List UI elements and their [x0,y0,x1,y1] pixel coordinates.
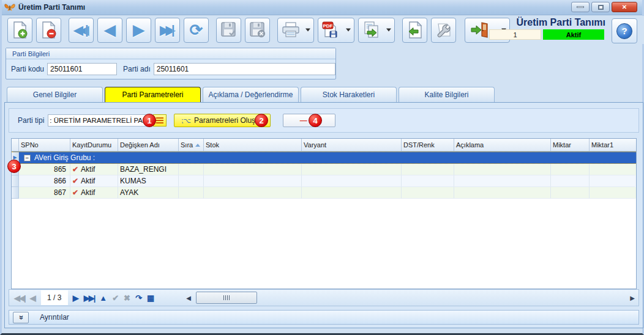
details-label: Ayrıntılar [40,313,69,322]
grid-corner-cell [12,139,19,151]
nav-last-icon: ▶▶ [84,293,94,303]
close-icon: ✕ [622,4,627,10]
pdf-export-icon: PDF [322,21,340,39]
record-navigator: ◀◀| ◀ 1 / 3 ▶ ▶▶| ▲ ✔ ✖ ↷ ▦ ◀ ▶ [9,289,639,306]
group-row[interactable]: ▶ − AVeri Giriş Grubu : [12,152,636,164]
last-record-icon: ▶▶| [160,24,174,36]
cell-spno: 865 [19,164,70,175]
cell-stok [204,164,302,175]
new-document-icon [12,21,28,39]
tab-genel-bilgiler[interactable]: Genel Bilgiler [7,87,103,102]
cell-varyant [302,187,402,199]
next-record-button[interactable]: ▶ [126,18,151,43]
first-record-button[interactable]: ◀◀| [69,18,94,43]
parti-tipi-label: Parti tipi [18,116,44,125]
annotation-badge-4: 4 [309,114,322,127]
row-selector[interactable] [12,187,19,199]
printer-icon [282,22,300,38]
close-button[interactable]: ✕ [612,2,637,12]
column-header-stok[interactable]: Stok [204,139,302,151]
maximize-button[interactable] [591,2,610,12]
nav-next-button[interactable]: ▶ [73,293,79,303]
cell-degisken-adi: KUMAS [118,175,179,187]
column-header-spno[interactable]: SPNo [19,139,70,151]
copy-dropdown-arrow[interactable] [386,29,391,32]
exit-door-icon [470,21,490,39]
parti-adi-input[interactable] [154,63,335,75]
status-text: Aktif [81,188,95,197]
nav-first-icon: ◀◀ [14,293,24,303]
previous-record-button[interactable]: ◀ [97,18,122,43]
save-cancel-icon [250,22,266,38]
cell-miktar1 [590,187,635,199]
title-bar: Üretim Parti Tanımı ✕ [2,0,642,15]
column-header-miktar[interactable]: Miktar [551,139,590,151]
delete-record-button[interactable] [36,18,61,43]
pdf-dropdown-arrow[interactable] [346,29,351,32]
save-button[interactable] [216,18,241,43]
table-row[interactable]: 866 ✔Aktif KUMAS [12,175,636,187]
column-header-dst-renk[interactable]: DST/Renk [402,139,454,151]
cell-miktar [551,175,590,187]
cell-status: ✔Aktif [70,187,118,199]
nav-post-button[interactable]: ✔ [112,293,119,303]
last-record-button[interactable]: ▶▶| [155,18,180,43]
column-header-kayitdurumu[interactable]: KayıtDurumu [70,139,118,151]
nav-last-button[interactable]: ▶▶| [84,293,95,303]
export-pdf-button[interactable]: PDF [318,18,354,43]
copy-record-button[interactable] [358,18,395,43]
tab-parti-parametreleri[interactable]: Parti Parametreleri [105,87,201,102]
tab-kalite-bilgileri[interactable]: Kalite Bilgileri [399,87,495,102]
revert-button[interactable] [402,18,427,43]
maximize-icon [598,5,604,10]
print-button[interactable] [277,18,314,43]
cell-dst-renk [402,187,454,199]
cell-miktar [551,187,590,199]
hscroll-left-arrow[interactable]: ◀ [186,295,191,301]
cell-aciklama [454,187,551,199]
nav-refresh-button[interactable]: ↷ [135,293,142,303]
save-check-icon [221,22,237,38]
tab-aciklama-degerlendirme[interactable]: Açıklama / Değerlendirme [203,87,299,102]
record-number: 1 [489,29,541,40]
refresh-icon: ⟳ [190,22,203,38]
sira-label: Sıra [181,141,193,149]
tab-stok-haraketleri[interactable]: Stok Haraketleri [301,87,397,102]
expand-details-button[interactable]: « [13,312,29,323]
annotation-badge-1: 1 [143,114,156,127]
parti-adi-label: Parti adı [123,65,151,73]
column-header-sira[interactable]: Sıra [179,139,204,151]
window-title: Üretim Parti Tanımı [18,3,85,12]
column-header-varyant[interactable]: Varyant [302,139,402,151]
nav-cancel-button[interactable]: ✖ [124,293,130,303]
tools-button[interactable] [431,18,456,43]
table-row[interactable]: 867 ✔Aktif AYAK [12,187,636,199]
collapse-group-button[interactable]: − [24,155,31,161]
parti-tipi-input[interactable]: : ÜRETİM PARAMETRELİ PARTİ K [48,114,151,127]
parti-kodu-input[interactable] [47,63,117,75]
column-header-miktar1[interactable]: Miktar1 [590,139,635,151]
hscroll-thumb[interactable] [196,292,257,304]
list-icon [156,117,163,123]
column-header-aciklama[interactable]: Açıklama [454,139,551,151]
help-button[interactable]: ? [612,18,637,43]
nav-insert-button[interactable]: ▲ [99,293,107,303]
column-header-degisken-adi[interactable]: Değişken Adı [118,139,179,151]
hscroll-right-arrow[interactable]: ▶ [630,295,635,301]
table-row[interactable]: 865 ✔Aktif BAZA_RENGI [12,164,636,175]
cell-aciklama [454,175,551,187]
annotation-badge-2: 2 [255,114,268,127]
minimize-button[interactable] [571,2,590,12]
delete-document-icon [41,21,57,39]
app-window: Üretim Parti Tanımı ✕ ◀◀| ◀ [0,0,644,335]
minimize-icon [577,6,584,8]
nav-first-button[interactable]: ◀◀| [14,293,25,303]
nav-prev-button[interactable]: ◀ [30,293,36,303]
nav-grid-button[interactable]: ▦ [147,293,154,303]
parti-tipi-panel: Parti tipi : ÜRETİM PARAMETRELİ PARTİ K … [9,108,639,133]
row-selector[interactable] [12,175,19,187]
refresh-button[interactable]: ⟳ [184,18,209,43]
save-close-button[interactable] [245,18,270,43]
print-dropdown-arrow[interactable] [305,29,310,32]
new-record-button[interactable] [7,18,32,43]
